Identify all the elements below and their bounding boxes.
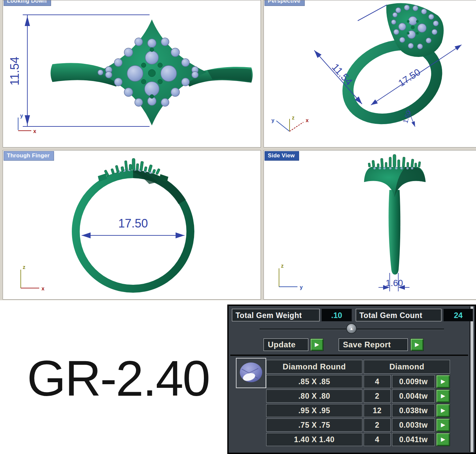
axis-x-label2: x (42, 286, 44, 291)
gem-count-cell: 4 (364, 375, 391, 388)
cad-application-window: 11.54 y x Looking Down (0, 0, 476, 454)
viewport-label-looking-down[interactable]: Looking Down (4, 0, 51, 6)
axis-y-label: y (20, 113, 23, 119)
total-gem-weight-value: .10 (322, 309, 352, 321)
gem-weight-cell: 0.009tw (392, 375, 435, 388)
gem-size-cell: .80 X .80 (266, 389, 362, 403)
gem-weight-cell: 0.038tw (392, 404, 435, 417)
viewport-side-view[interactable]: 1.60 z y Side View (264, 150, 476, 300)
axis-z-label: z (281, 263, 284, 269)
prongs (368, 154, 421, 167)
total-gem-weight-label: Total Gem Weight (232, 309, 320, 321)
model-name-label: GR-2.40 (27, 350, 209, 407)
dimension-diameter-label: 17.50 (396, 67, 422, 88)
dimension-height-label: 11.54 (8, 57, 21, 85)
ring-perspective-drawing: 11.54 17.50 1.60 y z x (264, 0, 476, 147)
gem-size-cell: .75 X .75 (266, 418, 362, 432)
dimension-diameter (82, 232, 184, 238)
viewport-label-side-view[interactable]: Side View (265, 151, 299, 161)
gem-size-cell: 1.40 X 1.40 (266, 433, 362, 446)
save-report-button[interactable]: Save Report (339, 338, 408, 351)
gem-report-panel: Total Gem Weight .10 Total Gem Count 24 … (227, 305, 476, 454)
dimension-diameter-label: 17.50 (118, 217, 148, 230)
ring-shank (389, 190, 401, 275)
table-header-gem: Diamond (364, 360, 450, 374)
gem-row-go-button[interactable]: ▶ (436, 433, 450, 446)
gem-size-cell: .85 X .85 (266, 375, 362, 388)
axis-indicator: z y (279, 263, 303, 290)
axis-y-label: y (300, 284, 303, 290)
gem-weight-cell: 0.003tw (392, 418, 435, 432)
viewport-through-finger[interactable]: 17.50 z x Through Finger (3, 150, 261, 300)
total-gem-count-label: Total Gem Count (356, 309, 441, 321)
viewport-grid: 11.54 y x Looking Down (0, 0, 476, 300)
table-divider (230, 355, 468, 356)
gem-weight-cell: 0.004tw (392, 389, 435, 403)
gem-row-go-button[interactable]: ▶ (436, 389, 450, 403)
viewport-label-perspective[interactable]: Perspective (265, 0, 305, 6)
save-report-go-button[interactable]: ▶ (410, 338, 424, 351)
ring-side-view-drawing: 1.60 z y (264, 150, 476, 299)
axis-x-label: x (33, 128, 36, 134)
gem-count-cell: 4 (364, 433, 391, 446)
viewport-label-through-finger[interactable]: Through Finger (4, 151, 54, 161)
gem-count-cell: 2 (364, 418, 391, 432)
table-header-gem-type: Diamond Round (266, 360, 362, 374)
total-gem-count-value: 24 (443, 309, 473, 321)
axis-indicator: y z x (271, 115, 309, 131)
ring-front-view-drawing: 17.50 z x (3, 150, 261, 299)
panel-splitter-handle[interactable]: ▲ (346, 323, 357, 334)
update-button[interactable]: Update (264, 338, 308, 351)
gem-row-go-button[interactable]: ▶ (436, 404, 450, 417)
axis-y-label: y (271, 118, 274, 123)
dimension-shank-label: 1.60 (386, 278, 403, 288)
axis-z-label: z (23, 264, 25, 270)
ring-top-view-drawing: 11.54 y x (3, 0, 261, 147)
viewport-perspective[interactable]: 11.54 17.50 1.60 y z x Perspective (264, 0, 476, 147)
gem-row-go-button[interactable]: ▶ (436, 375, 450, 388)
gem-row-go-button[interactable]: ▶ (436, 418, 450, 432)
gem-count-cell: 2 (364, 389, 391, 403)
gem-weight-cell: 0.041tw (392, 433, 435, 446)
gem-type-icon-cell[interactable] (236, 358, 266, 388)
axis-indicator: z x (21, 264, 44, 291)
gem-count-cell: 12 (364, 404, 391, 417)
gem-size-cell: .95 X .95 (266, 404, 362, 417)
update-go-button[interactable]: ▶ (310, 338, 323, 351)
round-diamond-gem-icon (237, 359, 266, 387)
panel-edge-strip (470, 307, 473, 452)
axis-x-label: x (306, 118, 309, 123)
viewport-looking-down[interactable]: 11.54 y x Looking Down (3, 0, 261, 147)
axis-z-label: z (292, 115, 294, 120)
